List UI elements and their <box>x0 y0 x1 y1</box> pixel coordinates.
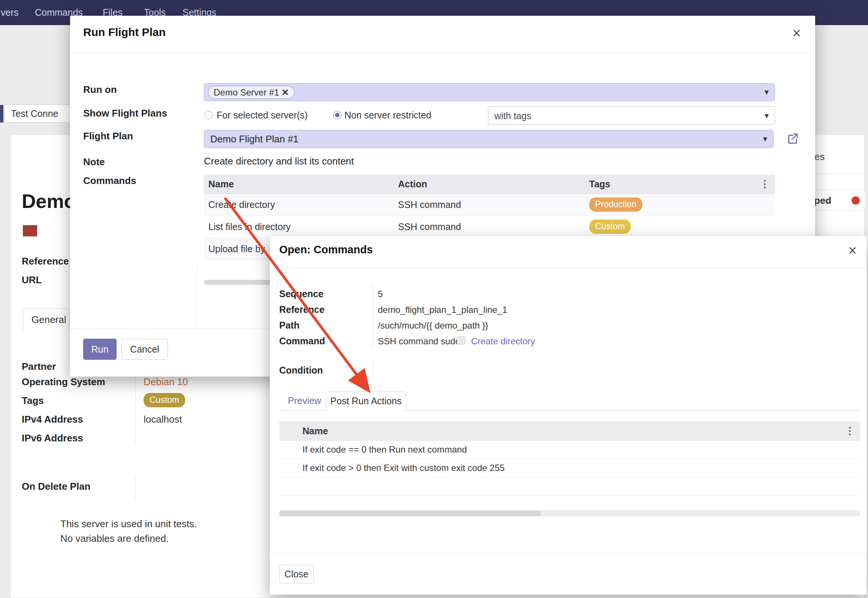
show-flight-plans-label: Show Flight Plans <box>83 108 167 119</box>
dialog-title: Open: Commands <box>279 244 373 256</box>
server-chip[interactable]: Demo Server #1✕ <box>208 86 295 99</box>
table-row[interactable]: Create directory SSH command Production <box>204 194 775 216</box>
command-checkbox[interactable] <box>457 336 465 345</box>
cell-name: Upload file by <box>208 244 265 254</box>
flight-plan-select[interactable]: Demo Flight Plan #1 ▾ <box>204 130 774 148</box>
table-row[interactable]: If exit code > 0 then Exit with custom e… <box>279 459 860 477</box>
divider <box>373 285 373 349</box>
tab-post-run-actions[interactable]: Post Run Actions <box>326 391 406 411</box>
reference-value[interactable]: demo_flight_plan_1_plan_line_1 <box>378 305 507 315</box>
scrollbar-thumb[interactable] <box>279 510 541 516</box>
divider <box>135 477 136 499</box>
tab-general[interactable]: General <box>23 308 69 330</box>
column-header-action[interactable]: Action <box>398 179 427 190</box>
tag-badge-custom: Custom <box>589 220 631 234</box>
close-icon[interactable]: × <box>848 243 857 258</box>
command-value: SSH command sudo <box>378 336 460 347</box>
cell-name: Create directory <box>208 199 275 210</box>
unit-test-note-line2: No variables are defined. <box>60 533 169 544</box>
path-label: Path <box>279 320 299 331</box>
path-value[interactable]: /such/much/{{ demo_path }} <box>378 320 488 331</box>
column-header-tags[interactable]: Tags <box>589 179 611 190</box>
kebab-menu-icon[interactable]: ⋮ <box>845 425 855 437</box>
ipv4-label: IPv4 Address <box>22 414 83 425</box>
nav-item-servers[interactable]: vers <box>1 0 18 25</box>
close-icon[interactable]: × <box>792 25 801 40</box>
commands-table-header: Name Action Tags ⋮ <box>204 175 775 194</box>
tag-badge-production: Production <box>589 197 642 212</box>
radio-for-selected-servers[interactable] <box>205 111 213 119</box>
partner-label: Partner <box>22 361 56 372</box>
divider <box>270 268 867 268</box>
ipv6-label: IPv6 Address <box>22 432 83 444</box>
divider <box>270 553 867 553</box>
divider <box>197 266 197 329</box>
column-header-name[interactable]: Name <box>302 426 328 437</box>
ipv4-value: localhost <box>144 414 182 425</box>
sequence-value[interactable]: 5 <box>378 289 383 299</box>
button-group-fragment <box>0 105 3 123</box>
run-button[interactable]: Run <box>83 339 117 360</box>
on-delete-plan-label: On Delete Plan <box>22 481 91 492</box>
table-row[interactable]: List files in directory SSH command Cust… <box>204 216 775 238</box>
color-swatch[interactable] <box>23 225 37 236</box>
operating-system-label: Operating System <box>22 376 105 388</box>
actions-table-header: Name ⋮ <box>279 422 860 441</box>
column-header-name[interactable]: Name <box>208 179 234 190</box>
tags-label: Tags <box>22 395 44 407</box>
open-commands-dialog: Open: Commands × Sequence 5 Reference de… <box>270 236 867 595</box>
chip-remove-icon[interactable]: ✕ <box>281 87 289 97</box>
condition-label: Condition <box>279 365 323 376</box>
flight-plan-label: Flight Plan <box>83 130 133 142</box>
run-on-select[interactable]: Demo Server #1✕ ▾ <box>204 83 775 101</box>
radio-non-server-restricted-label[interactable]: Non server restricted <box>344 110 431 121</box>
kebab-menu-icon[interactable]: ⋮ <box>760 178 770 190</box>
radio-for-selected-servers-label[interactable]: For selected server(s) <box>217 110 308 121</box>
status-button[interactable]: ped <box>807 190 865 211</box>
chevron-down-icon[interactable]: ▾ <box>765 87 769 97</box>
cell-name: List files in directory <box>208 221 291 232</box>
create-directory-link[interactable]: Create directory <box>471 336 535 347</box>
url-label: URL <box>22 274 42 286</box>
unit-test-note-line1: This server is used in unit tests. <box>60 518 197 530</box>
operating-system-value[interactable]: Debian 10 <box>144 376 188 388</box>
cell-tags: Production <box>589 197 642 212</box>
close-button[interactable]: Close <box>279 565 314 583</box>
server-name-heading: Demo <box>22 190 76 212</box>
tag-badge-custom[interactable]: Custom <box>144 393 185 407</box>
tab-preview[interactable]: Preview <box>288 395 321 406</box>
commands-label: Commands <box>83 175 136 187</box>
chevron-down-icon[interactable]: ▾ <box>765 111 769 121</box>
horizontal-scrollbar[interactable] <box>279 510 860 516</box>
status-label-fragment: ped <box>814 195 831 206</box>
flight-plan-value: Demo Flight Plan #1 <box>210 133 299 145</box>
status-dot-red-icon <box>852 196 860 205</box>
cell-action: SSH command <box>398 199 461 210</box>
divider <box>70 52 815 53</box>
note-label: Note <box>83 156 105 168</box>
cell-action: SSH command <box>398 221 461 232</box>
server-chip-label: Demo Server #1 <box>214 87 279 97</box>
sequence-label: Sequence <box>279 289 323 299</box>
table-row-empty[interactable] <box>279 477 860 496</box>
cancel-button[interactable]: Cancel <box>121 339 168 360</box>
dialog-title: Run Flight Plan <box>83 26 166 39</box>
chevron-down-icon[interactable]: ▾ <box>763 134 767 144</box>
radio-non-server-restricted[interactable] <box>333 111 341 119</box>
reference-label: Reference <box>279 304 325 315</box>
cell-name: If exit code == 0 then Run next command <box>302 444 467 455</box>
cell-name: If exit code > 0 then Exit with custom e… <box>302 463 505 473</box>
reference-label: Reference <box>22 256 69 267</box>
command-label: Command <box>279 336 325 347</box>
run-on-label: Run on <box>83 84 117 96</box>
external-link-icon[interactable] <box>786 132 799 145</box>
notes-tab-fragment[interactable]: es <box>814 151 825 163</box>
divider <box>373 360 373 378</box>
table-row[interactable]: If exit code == 0 then Run next command <box>279 441 860 459</box>
screen: vers Commands Files Tools Settings Test … <box>0 0 868 598</box>
cell-tags: Custom <box>589 220 631 234</box>
divider <box>810 173 865 174</box>
with-tags-select[interactable]: with tags ▾ <box>488 106 775 125</box>
note-value: Create directory and list its content <box>204 155 354 167</box>
with-tags-value: with tags <box>494 110 531 121</box>
